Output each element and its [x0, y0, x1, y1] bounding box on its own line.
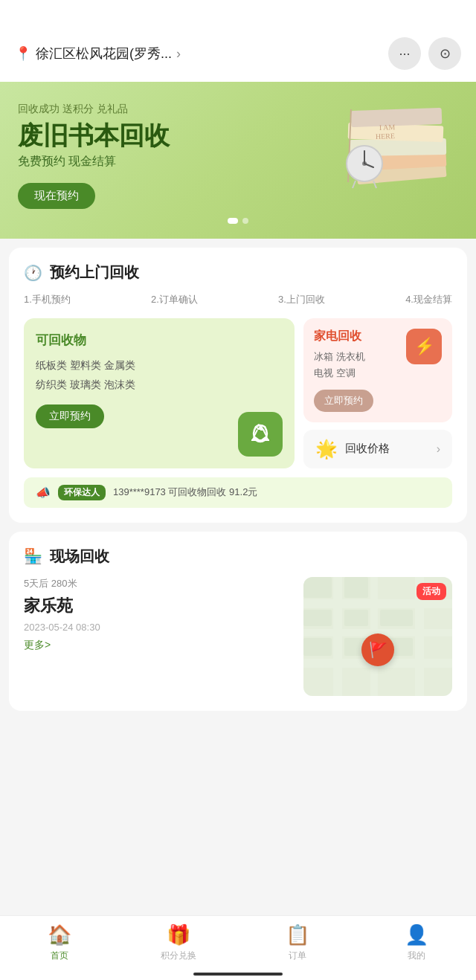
clock-icon: 🕐: [24, 264, 42, 282]
svg-rect-25: [380, 610, 413, 626]
svg-rect-26: [303, 638, 332, 656]
event-meta: 5天后 280米: [24, 577, 295, 590]
price-card[interactable]: 🌟 回收价格 ›: [303, 430, 452, 468]
recyclables-book-button[interactable]: 立即预约: [36, 404, 104, 428]
chevron-icon: ›: [176, 46, 181, 62]
svg-rect-18: [333, 577, 342, 696]
dot-2: [242, 218, 248, 224]
onsite-section: 🏪 现场回收 5天后 280米 家乐苑 2023-05-24 08:30 更多>: [9, 532, 467, 711]
scan-button[interactable]: ⊙: [428, 37, 461, 70]
step-3: 3.上门回收: [278, 293, 325, 306]
banner-illustration: I AM HERE: [320, 93, 461, 223]
bottom-nav: 🏠 首页 🎁 积分兑换 📋 订单 👤 我的: [0, 915, 476, 980]
event-info: 5天后 280米 家乐苑 2023-05-24 08:30 更多>: [24, 577, 295, 696]
gift-icon: 🎁: [167, 923, 190, 947]
svg-rect-24: [344, 610, 368, 626]
recycle-title-text: 预约上门回收: [50, 262, 139, 283]
recycle-section-title: 🕐 预约上门回收: [24, 262, 452, 283]
scan-icon: ⊙: [440, 45, 451, 62]
svg-text:HERE: HERE: [376, 132, 395, 141]
step-1: 1.手机预约: [24, 293, 71, 306]
appliance-card: 家电回收 冰箱 洗衣机 电视 空调 ⚡ 立即预约: [303, 318, 452, 422]
event-row: 5天后 280米 家乐苑 2023-05-24 08:30 更多>: [24, 577, 452, 696]
location-text: 徐汇区松风花园(罗秀...: [36, 45, 172, 62]
appliance-line2: 电视 空调: [314, 367, 356, 378]
svg-rect-22: [344, 577, 368, 598]
recyclables-card: 可回收物 纸板类 塑料类 金属类 纺织类 玻璃类 泡沫类 立即预约: [24, 318, 295, 468]
nav-item-points[interactable]: 🎁 积分兑换: [149, 923, 208, 962]
recycle-symbol-icon: [238, 412, 283, 457]
recyclables-items: 纸板类 塑料类 金属类 纺织类 玻璃类 泡沫类: [36, 356, 283, 393]
price-arrow-icon: ›: [437, 442, 440, 456]
home-icon: 🏠: [48, 923, 71, 947]
banner: 回收成功 送积分 兑礼品 废旧书本回收 免费预约 现金结算 现在预约 I AM …: [0, 82, 476, 239]
recycle-section: 🕐 预约上门回收 1.手机预约 2.订单确认 3.上门回收 4.现金结算 可回收…: [9, 248, 467, 522]
appliance-book-button[interactable]: 立即预约: [314, 390, 373, 412]
home-indicator: [193, 973, 283, 976]
location-display[interactable]: 📍 徐汇区松风花园(罗秀... ›: [15, 45, 181, 62]
profile-icon: 👤: [405, 923, 428, 947]
more-button[interactable]: ···: [388, 37, 421, 70]
location-pin-icon: 📍: [15, 45, 31, 62]
svg-text:I AM: I AM: [379, 123, 396, 132]
recyclables-title: 可回收物: [36, 332, 283, 349]
recycle-right-col: 家电回收 冰箱 洗衣机 电视 空调 ⚡ 立即预约 🌟 回收价格 ›: [303, 318, 452, 468]
nav-item-orders[interactable]: 📋 订单: [268, 923, 327, 962]
onsite-title: 🏪 现场回收: [24, 547, 452, 567]
price-coin-icon: 🌟: [315, 439, 338, 460]
nav-label-profile: 我的: [408, 950, 425, 962]
map-marker-icon: 🚩: [361, 634, 394, 666]
recycle-grid: 可回收物 纸板类 塑料类 金属类 纺织类 玻璃类 泡沫类 立即预约: [24, 318, 452, 468]
svg-rect-23: [303, 610, 332, 626]
step-2: 2.订单确认: [151, 293, 198, 306]
eco-ticker: 📣 环保达人 139****9173 可回收物回收 91.2元: [24, 477, 452, 508]
nav-item-profile[interactable]: 👤 我的: [387, 923, 446, 962]
eco-ticker-text: 139****9173 可回收物回收 91.2元: [113, 486, 257, 499]
header-actions: ··· ⊙: [388, 37, 461, 70]
price-label: 回收价格: [345, 442, 429, 456]
step-4: 4.现金结算: [405, 293, 452, 306]
header: 📍 徐汇区松风花园(罗秀... › ··· ⊙: [0, 0, 476, 82]
speaker-icon: 📣: [36, 486, 51, 500]
activity-badge: 活动: [416, 583, 446, 600]
event-time: 2023-05-24 08:30: [24, 622, 295, 633]
more-icon: ···: [399, 46, 410, 62]
appliance-lightning-icon: ⚡: [406, 329, 442, 364]
items-line1: 纸板类 塑料类 金属类: [36, 359, 135, 371]
map-area: 活动 🚩: [303, 577, 452, 696]
svg-rect-4: [351, 108, 443, 127]
items-line2: 纺织类 玻璃类 泡沫类: [36, 378, 135, 390]
onsite-title-text: 现场回收: [50, 547, 109, 567]
banner-cta-button[interactable]: 现在预约: [18, 183, 95, 209]
more-link[interactable]: 更多>: [24, 639, 295, 652]
nav-label-orders: 订单: [289, 950, 306, 962]
nav-label-points: 积分兑换: [161, 950, 196, 962]
steps-row: 1.手机预约 2.订单确认 3.上门回收 4.现金结算: [24, 293, 452, 306]
nav-label-home: 首页: [51, 950, 68, 962]
appliance-line1: 冰箱 洗衣机: [314, 351, 365, 362]
svg-rect-21: [303, 577, 332, 598]
svg-line-10: [353, 181, 356, 188]
nav-item-home[interactable]: 🏠 首页: [30, 923, 89, 962]
event-name: 家乐苑: [24, 595, 295, 617]
dot-1: [228, 218, 238, 224]
store-icon: 🏪: [24, 547, 42, 565]
orders-icon: 📋: [286, 923, 309, 947]
eco-badge: 环保达人: [58, 485, 106, 500]
